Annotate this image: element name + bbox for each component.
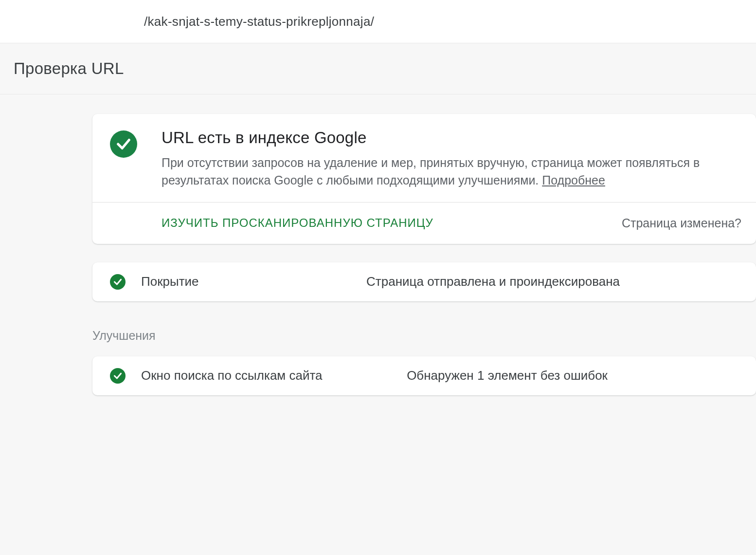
status-card-top: URL есть в индексе Google При отсутствии…: [92, 114, 756, 202]
card-actions: ИЗУЧИТЬ ПРОСКАНИРОВАННУЮ СТРАНИЦУ Страни…: [92, 203, 756, 244]
status-description: При отсутствии запросов на удаление и ме…: [162, 154, 741, 189]
sitelinks-label: Окно поиска по ссылкам сайта: [126, 368, 323, 383]
check-circle-icon: [110, 274, 126, 290]
url-input-value: /kak-snjat-s-temy-status-prikrepljonnaja…: [144, 14, 374, 29]
status-card: URL есть в индексе Google При отсутствии…: [92, 114, 756, 244]
sitelinks-row[interactable]: Окно поиска по ссылкам сайта Обнаружен 1…: [92, 356, 756, 395]
page-header: Проверка URL: [0, 43, 756, 94]
check-circle-icon: [110, 368, 126, 384]
coverage-value: Страница отправлена и проиндексирована: [366, 274, 741, 289]
coverage-label: Покрытие: [126, 274, 199, 289]
status-text-block: URL есть в индексе Google При отсутствии…: [137, 129, 741, 189]
enhancements-section-label: Улучшения: [92, 329, 756, 343]
learn-more-link[interactable]: Подробнее: [542, 173, 605, 187]
view-crawled-page-button[interactable]: ИЗУЧИТЬ ПРОСКАНИРОВАННУЮ СТРАНИЦУ: [162, 216, 433, 230]
sitelinks-value: Обнаружен 1 элемент без ошибок: [407, 368, 741, 383]
url-input-bar[interactable]: /kak-snjat-s-temy-status-prikrepljonnaja…: [0, 0, 756, 43]
check-circle-icon: [110, 130, 137, 158]
page-changed-text: Страница изменена?: [622, 216, 741, 230]
page-title: Проверка URL: [14, 59, 124, 78]
content-area: URL есть в индексе Google При отсутствии…: [0, 94, 756, 555]
status-title: URL есть в индексе Google: [162, 129, 741, 147]
status-description-text: При отсутствии запросов на удаление и ме…: [162, 156, 700, 187]
page-changed-label: Страница изменена?: [622, 216, 741, 230]
coverage-row[interactable]: Покрытие Страница отправлена и проиндекс…: [92, 262, 756, 301]
